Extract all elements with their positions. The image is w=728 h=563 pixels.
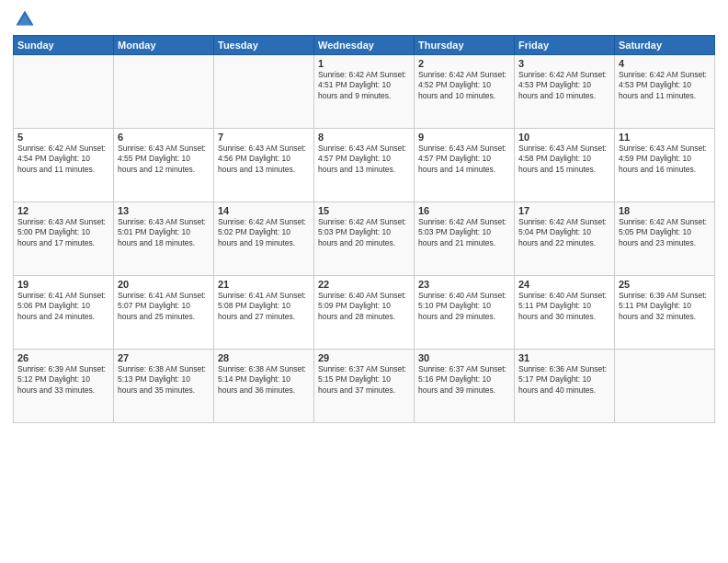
day-number: 20: [118, 279, 210, 290]
day-number: 23: [418, 279, 510, 290]
day-number: 2: [418, 58, 510, 69]
col-header-monday: Monday: [114, 36, 214, 55]
day-number: 15: [318, 205, 410, 216]
day-info: Sunrise: 6:42 AM Sunset: 5:05 PM Dayligh…: [619, 217, 711, 248]
day-number: 16: [418, 205, 510, 216]
logo: [13, 9, 37, 29]
day-info: Sunrise: 6:42 AM Sunset: 4:53 PM Dayligh…: [518, 70, 610, 101]
day-number: 31: [518, 352, 610, 363]
day-info: Sunrise: 6:43 AM Sunset: 4:57 PM Dayligh…: [418, 144, 510, 175]
calendar-cell: 2Sunrise: 6:42 AM Sunset: 4:52 PM Daylig…: [415, 55, 515, 129]
week-row-2: 5Sunrise: 6:42 AM Sunset: 4:54 PM Daylig…: [14, 129, 715, 202]
calendar-cell: 7Sunrise: 6:43 AM Sunset: 4:56 PM Daylig…: [214, 129, 314, 202]
day-number: 18: [619, 205, 711, 216]
week-row-3: 12Sunrise: 6:43 AM Sunset: 5:00 PM Dayli…: [14, 202, 715, 276]
calendar-cell: 14Sunrise: 6:42 AM Sunset: 5:02 PM Dayli…: [214, 202, 314, 276]
calendar-cell: 6Sunrise: 6:43 AM Sunset: 4:55 PM Daylig…: [114, 129, 214, 202]
day-info: Sunrise: 6:41 AM Sunset: 5:08 PM Dayligh…: [218, 291, 310, 322]
day-info: Sunrise: 6:38 AM Sunset: 5:13 PM Dayligh…: [118, 364, 210, 396]
calendar-cell: [615, 350, 715, 423]
day-info: Sunrise: 6:39 AM Sunset: 5:11 PM Dayligh…: [619, 291, 711, 322]
day-number: 25: [619, 279, 711, 290]
calendar-cell: 19Sunrise: 6:41 AM Sunset: 5:06 PM Dayli…: [14, 276, 114, 350]
calendar-cell: 16Sunrise: 6:42 AM Sunset: 5:03 PM Dayli…: [415, 202, 515, 276]
col-header-wednesday: Wednesday: [314, 36, 415, 55]
calendar-cell: 29Sunrise: 6:37 AM Sunset: 5:15 PM Dayli…: [314, 350, 415, 423]
day-number: 12: [17, 205, 109, 216]
logo-icon: [15, 9, 35, 29]
calendar-cell: 21Sunrise: 6:41 AM Sunset: 5:08 PM Dayli…: [214, 276, 314, 350]
day-info: Sunrise: 6:42 AM Sunset: 5:03 PM Dayligh…: [418, 217, 510, 248]
calendar-cell: 3Sunrise: 6:42 AM Sunset: 4:53 PM Daylig…: [515, 55, 615, 129]
calendar-cell: 1Sunrise: 6:42 AM Sunset: 4:51 PM Daylig…: [314, 55, 415, 129]
calendar-cell: 24Sunrise: 6:40 AM Sunset: 5:11 PM Dayli…: [515, 276, 615, 350]
calendar-cell: 13Sunrise: 6:43 AM Sunset: 5:01 PM Dayli…: [114, 202, 214, 276]
day-info: Sunrise: 6:40 AM Sunset: 5:11 PM Dayligh…: [518, 291, 610, 322]
calendar-cell: 18Sunrise: 6:42 AM Sunset: 5:05 PM Dayli…: [615, 202, 715, 276]
day-number: 27: [118, 352, 210, 363]
calendar-cell: 26Sunrise: 6:39 AM Sunset: 5:12 PM Dayli…: [14, 350, 114, 423]
calendar-cell: 15Sunrise: 6:42 AM Sunset: 5:03 PM Dayli…: [314, 202, 415, 276]
calendar-cell: 28Sunrise: 6:38 AM Sunset: 5:14 PM Dayli…: [214, 350, 314, 423]
day-number: 3: [518, 58, 610, 69]
day-info: Sunrise: 6:42 AM Sunset: 4:52 PM Dayligh…: [418, 70, 510, 101]
calendar-cell: [214, 55, 314, 129]
day-info: Sunrise: 6:43 AM Sunset: 5:00 PM Dayligh…: [17, 217, 109, 248]
calendar-cell: 30Sunrise: 6:37 AM Sunset: 5:16 PM Dayli…: [415, 350, 515, 423]
day-info: Sunrise: 6:40 AM Sunset: 5:09 PM Dayligh…: [318, 291, 410, 322]
col-header-friday: Friday: [515, 36, 615, 55]
day-info: Sunrise: 6:42 AM Sunset: 4:51 PM Dayligh…: [318, 70, 410, 101]
calendar-cell: 8Sunrise: 6:43 AM Sunset: 4:57 PM Daylig…: [314, 129, 415, 202]
day-info: Sunrise: 6:41 AM Sunset: 5:06 PM Dayligh…: [17, 291, 109, 322]
day-number: 6: [118, 132, 210, 143]
calendar-cell: 23Sunrise: 6:40 AM Sunset: 5:10 PM Dayli…: [415, 276, 515, 350]
day-info: Sunrise: 6:40 AM Sunset: 5:10 PM Dayligh…: [418, 291, 510, 322]
day-info: Sunrise: 6:37 AM Sunset: 5:16 PM Dayligh…: [418, 364, 510, 396]
day-number: 8: [318, 132, 410, 143]
header-row: SundayMondayTuesdayWednesdayThursdayFrid…: [14, 36, 715, 55]
calendar-cell: [114, 55, 214, 129]
day-number: 22: [318, 279, 410, 290]
day-info: Sunrise: 6:41 AM Sunset: 5:07 PM Dayligh…: [118, 291, 210, 322]
day-info: Sunrise: 6:42 AM Sunset: 5:04 PM Dayligh…: [518, 217, 610, 248]
day-number: 29: [318, 352, 410, 363]
day-number: 5: [17, 132, 109, 143]
calendar-cell: 20Sunrise: 6:41 AM Sunset: 5:07 PM Dayli…: [114, 276, 214, 350]
day-info: Sunrise: 6:42 AM Sunset: 5:03 PM Dayligh…: [318, 217, 410, 248]
day-number: 7: [218, 132, 310, 143]
calendar-cell: [14, 55, 114, 129]
calendar-cell: 17Sunrise: 6:42 AM Sunset: 5:04 PM Dayli…: [515, 202, 615, 276]
day-info: Sunrise: 6:43 AM Sunset: 5:01 PM Dayligh…: [118, 217, 210, 248]
day-info: Sunrise: 6:43 AM Sunset: 4:57 PM Dayligh…: [318, 144, 410, 175]
header: [13, 9, 715, 29]
calendar-cell: 11Sunrise: 6:43 AM Sunset: 4:59 PM Dayli…: [615, 129, 715, 202]
day-info: Sunrise: 6:39 AM Sunset: 5:12 PM Dayligh…: [17, 364, 109, 396]
calendar-cell: 25Sunrise: 6:39 AM Sunset: 5:11 PM Dayli…: [615, 276, 715, 350]
week-row-4: 19Sunrise: 6:41 AM Sunset: 5:06 PM Dayli…: [14, 276, 715, 350]
day-number: 19: [17, 279, 109, 290]
calendar-table: SundayMondayTuesdayWednesdayThursdayFrid…: [13, 35, 715, 423]
day-number: 4: [619, 58, 711, 69]
col-header-tuesday: Tuesday: [214, 36, 314, 55]
day-info: Sunrise: 6:37 AM Sunset: 5:15 PM Dayligh…: [318, 364, 410, 396]
day-info: Sunrise: 6:42 AM Sunset: 4:53 PM Dayligh…: [619, 70, 711, 101]
calendar-cell: 31Sunrise: 6:36 AM Sunset: 5:17 PM Dayli…: [515, 350, 615, 423]
day-number: 24: [518, 279, 610, 290]
day-number: 10: [518, 132, 610, 143]
col-header-sunday: Sunday: [14, 36, 114, 55]
day-info: Sunrise: 6:43 AM Sunset: 4:56 PM Dayligh…: [218, 144, 310, 175]
day-info: Sunrise: 6:36 AM Sunset: 5:17 PM Dayligh…: [518, 364, 610, 396]
day-info: Sunrise: 6:43 AM Sunset: 4:58 PM Dayligh…: [518, 144, 610, 175]
day-number: 1: [318, 58, 410, 69]
day-number: 13: [118, 205, 210, 216]
day-number: 28: [218, 352, 310, 363]
calendar-cell: 9Sunrise: 6:43 AM Sunset: 4:57 PM Daylig…: [415, 129, 515, 202]
calendar-cell: 4Sunrise: 6:42 AM Sunset: 4:53 PM Daylig…: [615, 55, 715, 129]
calendar-cell: 12Sunrise: 6:43 AM Sunset: 5:00 PM Dayli…: [14, 202, 114, 276]
calendar-cell: 27Sunrise: 6:38 AM Sunset: 5:13 PM Dayli…: [114, 350, 214, 423]
col-header-saturday: Saturday: [615, 36, 715, 55]
day-number: 14: [218, 205, 310, 216]
day-info: Sunrise: 6:38 AM Sunset: 5:14 PM Dayligh…: [218, 364, 310, 396]
day-number: 17: [518, 205, 610, 216]
week-row-1: 1Sunrise: 6:42 AM Sunset: 4:51 PM Daylig…: [14, 55, 715, 129]
